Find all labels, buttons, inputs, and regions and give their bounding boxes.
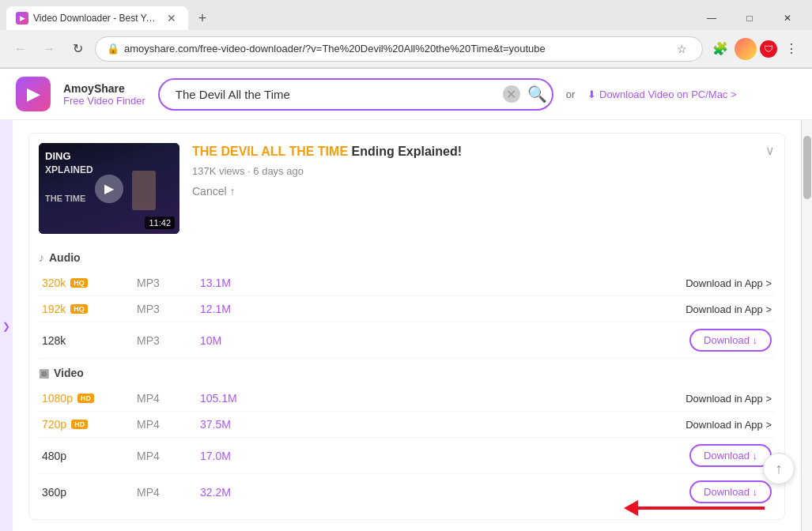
search-bar-wrapper: ✕ 🔍: [158, 78, 553, 111]
hd-badge-1080: HD: [77, 394, 94, 403]
back-to-top-button[interactable]: ↑: [763, 453, 795, 484]
audio-section-title: Audio: [49, 251, 81, 264]
download-app-button-192k[interactable]: Download in App >: [685, 303, 772, 315]
audio-row-192k: 192k HQ MP3 12.1M Download in App >: [39, 296, 775, 322]
refresh-button[interactable]: ↻: [66, 38, 89, 60]
search-submit-button[interactable]: 🔍: [527, 85, 547, 104]
search-input[interactable]: [158, 78, 553, 111]
tab-close-button[interactable]: ✕: [164, 11, 179, 25]
hq-badge: HQ: [70, 278, 88, 288]
video-title-main: THE DEVIL ALL THE TIME: [192, 145, 348, 158]
window-controls: — □ ✕: [693, 6, 806, 31]
or-divider: or: [566, 88, 576, 100]
video-result: DING XPLAINED THE TIME ▶ 11:42: [28, 133, 785, 520]
cancel-button[interactable]: Cancel ↑: [192, 185, 235, 198]
navigation-bar: ← → ↻ 🔒 amoyshare.com/free-video-downloa…: [0, 30, 812, 68]
video-section-icon: ▣: [39, 367, 49, 379]
size-37m: 37.5M: [200, 418, 279, 431]
content-area: DING XPLAINED THE TIME ▶ 11:42: [13, 120, 801, 531]
quality-720p: 720p HD: [42, 418, 137, 431]
video-section-title: Video: [54, 367, 84, 379]
quality-320k: 320k HQ: [42, 277, 137, 289]
quality-360p: 360p: [42, 486, 137, 499]
format-mp3: MP3: [137, 277, 200, 289]
format-mp3-128: MP3: [137, 334, 200, 347]
video-meta: 137K views · 6 days ago: [192, 165, 753, 177]
quality-480p: 480p: [42, 450, 137, 462]
profile-icon[interactable]: [735, 38, 757, 60]
hd-badge-720: HD: [71, 420, 88, 429]
search-clear-button[interactable]: ✕: [503, 85, 520, 103]
size-13m: 13.1M: [200, 277, 279, 289]
format-mp4-360: MP4: [137, 486, 200, 499]
browser-tab[interactable]: ▶ Video Downloader - Best YouTub... ✕: [6, 6, 188, 30]
download-app-button-320k[interactable]: Download in App >: [685, 277, 772, 289]
download-app-button-1080p[interactable]: Download in App >: [685, 392, 772, 405]
minimize-button[interactable]: —: [693, 6, 730, 31]
audio-row-320k: 320k HQ MP3 13.1M Download in App >: [39, 270, 775, 296]
size-12m: 12.1M: [200, 303, 279, 315]
video-actions: Cancel ↑: [192, 185, 753, 198]
video-row-1080p: 1080p HD MP4 105.1M Download in App >: [39, 386, 775, 412]
format-mp4-1080: MP4: [137, 392, 200, 405]
security-icon: 🛡: [760, 40, 777, 58]
video-info: THE DEVIL ALL THE TIME Ending Explained!…: [192, 143, 753, 198]
size-17m: 17.0M: [200, 450, 279, 462]
audio-row-128k: 128k MP3 10M Download ↓: [39, 322, 775, 359]
forward-button[interactable]: →: [38, 38, 60, 60]
address-bar[interactable]: 🔒 amoyshare.com/free-video-downloader/?v…: [95, 36, 703, 62]
format-mp4-480: MP4: [137, 450, 200, 462]
app-name-block: AmoyShare Free Video Finder: [63, 82, 145, 107]
quality-128k: 128k: [42, 334, 137, 347]
video-duration: 11:42: [145, 217, 175, 229]
size-10m: 10M: [200, 334, 279, 347]
video-title: THE DEVIL ALL THE TIME Ending Explained!: [192, 143, 753, 160]
audio-section-header: ♪ Audio: [39, 251, 775, 264]
format-mp4-720: MP4: [137, 418, 200, 431]
extensions-icon[interactable]: 🧩: [709, 38, 731, 60]
download-button-128k[interactable]: Download ↓: [689, 329, 772, 352]
back-button[interactable]: ←: [9, 38, 32, 60]
red-arrow-annotation: [624, 500, 765, 516]
collapse-button[interactable]: ∨: [765, 143, 775, 158]
video-row-720p: 720p HD MP4 37.5M Download in App >: [39, 412, 775, 438]
app-name-subtitle: Free Video Finder: [63, 95, 145, 107]
video-thumbnail[interactable]: DING XPLAINED THE TIME ▶ 11:42: [39, 143, 179, 234]
back-to-top-icon: ↑: [776, 461, 783, 477]
video-section-header: ▣ Video: [39, 367, 775, 379]
maximize-button[interactable]: □: [731, 6, 768, 31]
audio-icon: ♪: [39, 251, 44, 264]
new-tab-button[interactable]: +: [191, 7, 213, 29]
address-text: amoyshare.com/free-video-downloader/?v=T…: [124, 43, 667, 55]
size-105m: 105.1M: [200, 392, 279, 405]
format-mp3-192: MP3: [137, 303, 200, 315]
arrow-line: [638, 507, 765, 510]
video-title-suffix: Ending Explained!: [348, 145, 462, 158]
main-area: ❯ DING XPLAINED THE TIME: [0, 120, 812, 531]
scrollbar[interactable]: [801, 120, 812, 531]
video-header: DING XPLAINED THE TIME ▶ 11:42: [29, 134, 784, 243]
bookmark-icon[interactable]: ☆: [672, 40, 691, 58]
close-button[interactable]: ✕: [769, 6, 806, 31]
download-button-480p[interactable]: Download ↓: [689, 444, 772, 467]
play-icon: ▶: [95, 175, 123, 203]
tab-title: Video Downloader - Best YouTub...: [33, 13, 160, 24]
sidebar-toggle[interactable]: ❯: [0, 120, 13, 531]
download-options: ♪ Audio 320k HQ MP3 13.1M Download in Ap…: [29, 251, 784, 519]
app-name-title: AmoyShare: [63, 82, 145, 95]
tab-favicon: ▶: [16, 12, 28, 24]
arrow-head: [624, 500, 638, 516]
scroll-thumb[interactable]: [803, 136, 811, 199]
app-header: ▶ AmoyShare Free Video Finder ✕ 🔍 or ⬇ D…: [0, 69, 812, 120]
quality-192k: 192k HQ: [42, 303, 137, 315]
app-logo: ▶: [16, 77, 51, 111]
lock-icon: 🔒: [107, 43, 119, 55]
download-app-button-720p[interactable]: Download in App >: [685, 418, 772, 431]
size-32m: 32.2M: [200, 486, 279, 499]
download-pc-link[interactable]: ⬇ Download Video on PC/Mac >: [587, 88, 736, 100]
quality-1080p: 1080p HD: [42, 392, 137, 405]
hq-badge-192: HQ: [70, 304, 88, 314]
menu-icon[interactable]: ⋮: [780, 38, 803, 60]
video-row-480p: 480p MP4 17.0M Download ↓: [39, 438, 775, 474]
